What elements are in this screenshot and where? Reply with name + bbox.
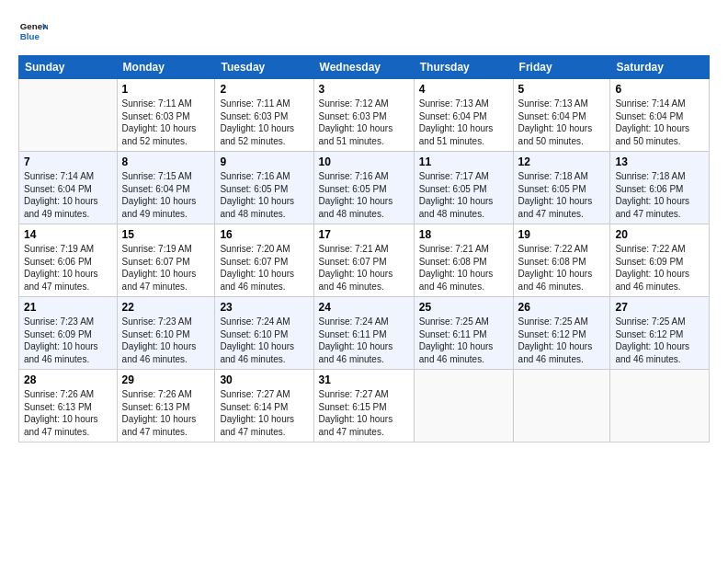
svg-text:Blue: Blue — [20, 31, 40, 41]
day-info: Sunrise: 7:19 AM Sunset: 6:06 PM Dayligh… — [24, 243, 112, 293]
calendar-cell: 13Sunrise: 7:18 AM Sunset: 6:06 PM Dayli… — [610, 152, 710, 224]
day-info: Sunrise: 7:26 AM Sunset: 6:13 PM Dayligh… — [122, 388, 210, 438]
logo-icon: General Blue — [18, 17, 48, 46]
day-number: 27 — [615, 301, 704, 314]
page: General Blue SundayMondayTuesdayWednesda… — [0, 0, 728, 563]
header: General Blue — [18, 17, 710, 46]
day-number: 8 — [122, 155, 210, 168]
calendar-cell: 24Sunrise: 7:24 AM Sunset: 6:11 PM Dayli… — [313, 297, 414, 370]
calendar-cell: 2Sunrise: 7:11 AM Sunset: 6:03 PM Daylig… — [215, 79, 313, 152]
day-number: 11 — [419, 155, 508, 168]
day-number: 26 — [518, 301, 606, 314]
calendar-cell: 26Sunrise: 7:25 AM Sunset: 6:12 PM Dayli… — [513, 297, 610, 370]
calendar-cell: 11Sunrise: 7:17 AM Sunset: 6:05 PM Dayli… — [414, 152, 513, 224]
day-number: 29 — [122, 373, 210, 386]
day-info: Sunrise: 7:23 AM Sunset: 6:09 PM Dayligh… — [24, 316, 112, 365]
calendar-cell — [19, 79, 118, 152]
day-number: 4 — [419, 83, 508, 96]
day-info: Sunrise: 7:15 AM Sunset: 6:04 PM Dayligh… — [122, 170, 210, 220]
weekday-header: Saturday — [610, 56, 710, 79]
day-number: 9 — [220, 155, 308, 168]
day-number: 31 — [319, 373, 409, 386]
weekday-header: Tuesday — [215, 56, 313, 79]
day-number: 16 — [220, 228, 308, 241]
weekday-header: Sunday — [19, 56, 118, 79]
calendar-cell: 20Sunrise: 7:22 AM Sunset: 6:09 PM Dayli… — [610, 224, 710, 297]
day-info: Sunrise: 7:14 AM Sunset: 6:04 PM Dayligh… — [615, 98, 704, 147]
day-number: 30 — [220, 373, 308, 386]
day-info: Sunrise: 7:25 AM Sunset: 6:11 PM Dayligh… — [419, 316, 508, 365]
day-info: Sunrise: 7:21 AM Sunset: 6:07 PM Dayligh… — [319, 243, 409, 293]
day-info: Sunrise: 7:27 AM Sunset: 6:14 PM Dayligh… — [220, 388, 308, 438]
day-number: 24 — [319, 301, 409, 314]
day-info: Sunrise: 7:27 AM Sunset: 6:15 PM Dayligh… — [319, 388, 409, 438]
day-info: Sunrise: 7:23 AM Sunset: 6:10 PM Dayligh… — [122, 316, 210, 365]
calendar-cell: 15Sunrise: 7:19 AM Sunset: 6:07 PM Dayli… — [117, 224, 215, 297]
calendar-cell: 16Sunrise: 7:20 AM Sunset: 6:07 PM Dayli… — [215, 224, 313, 297]
calendar-cell: 1Sunrise: 7:11 AM Sunset: 6:03 PM Daylig… — [117, 79, 215, 152]
day-info: Sunrise: 7:13 AM Sunset: 6:04 PM Dayligh… — [518, 98, 606, 147]
day-info: Sunrise: 7:20 AM Sunset: 6:07 PM Dayligh… — [220, 243, 308, 293]
day-info: Sunrise: 7:22 AM Sunset: 6:08 PM Dayligh… — [518, 243, 606, 293]
day-info: Sunrise: 7:25 AM Sunset: 6:12 PM Dayligh… — [518, 316, 606, 365]
day-number: 3 — [319, 83, 409, 96]
calendar-cell: 30Sunrise: 7:27 AM Sunset: 6:14 PM Dayli… — [215, 370, 313, 442]
day-number: 18 — [419, 228, 508, 241]
calendar-cell: 5Sunrise: 7:13 AM Sunset: 6:04 PM Daylig… — [513, 79, 610, 152]
day-info: Sunrise: 7:18 AM Sunset: 6:05 PM Dayligh… — [518, 170, 606, 220]
day-number: 7 — [24, 155, 112, 168]
calendar-cell: 4Sunrise: 7:13 AM Sunset: 6:04 PM Daylig… — [414, 79, 513, 152]
day-number: 5 — [518, 83, 606, 96]
weekday-header: Wednesday — [313, 56, 414, 79]
day-number: 25 — [419, 301, 508, 314]
calendar-cell: 18Sunrise: 7:21 AM Sunset: 6:08 PM Dayli… — [414, 224, 513, 297]
day-number: 19 — [518, 228, 606, 241]
day-info: Sunrise: 7:24 AM Sunset: 6:11 PM Dayligh… — [319, 316, 409, 365]
day-info: Sunrise: 7:22 AM Sunset: 6:09 PM Dayligh… — [615, 243, 704, 293]
calendar-cell: 22Sunrise: 7:23 AM Sunset: 6:10 PM Dayli… — [117, 297, 215, 370]
calendar-cell: 19Sunrise: 7:22 AM Sunset: 6:08 PM Dayli… — [513, 224, 610, 297]
day-number: 13 — [615, 155, 704, 168]
calendar-cell: 7Sunrise: 7:14 AM Sunset: 6:04 PM Daylig… — [19, 152, 118, 224]
day-info: Sunrise: 7:11 AM Sunset: 6:03 PM Dayligh… — [122, 98, 210, 147]
day-info: Sunrise: 7:25 AM Sunset: 6:12 PM Dayligh… — [615, 316, 704, 365]
day-info: Sunrise: 7:14 AM Sunset: 6:04 PM Dayligh… — [24, 170, 112, 220]
calendar-cell: 29Sunrise: 7:26 AM Sunset: 6:13 PM Dayli… — [117, 370, 215, 442]
day-info: Sunrise: 7:16 AM Sunset: 6:05 PM Dayligh… — [319, 170, 409, 220]
weekday-header: Friday — [513, 56, 610, 79]
calendar-cell: 28Sunrise: 7:26 AM Sunset: 6:13 PM Dayli… — [19, 370, 118, 442]
calendar-cell — [610, 370, 710, 442]
calendar-cell: 17Sunrise: 7:21 AM Sunset: 6:07 PM Dayli… — [313, 224, 414, 297]
day-number: 1 — [122, 83, 210, 96]
day-info: Sunrise: 7:16 AM Sunset: 6:05 PM Dayligh… — [220, 170, 308, 220]
logo: General Blue — [18, 17, 51, 46]
calendar-cell: 12Sunrise: 7:18 AM Sunset: 6:05 PM Dayli… — [513, 152, 610, 224]
calendar-cell: 25Sunrise: 7:25 AM Sunset: 6:11 PM Dayli… — [414, 297, 513, 370]
calendar-cell: 3Sunrise: 7:12 AM Sunset: 6:03 PM Daylig… — [313, 79, 414, 152]
day-info: Sunrise: 7:12 AM Sunset: 6:03 PM Dayligh… — [319, 98, 409, 147]
calendar-cell: 23Sunrise: 7:24 AM Sunset: 6:10 PM Dayli… — [215, 297, 313, 370]
day-number: 28 — [24, 373, 112, 386]
calendar-cell: 21Sunrise: 7:23 AM Sunset: 6:09 PM Dayli… — [19, 297, 118, 370]
day-info: Sunrise: 7:26 AM Sunset: 6:13 PM Dayligh… — [24, 388, 112, 438]
day-info: Sunrise: 7:21 AM Sunset: 6:08 PM Dayligh… — [419, 243, 508, 293]
day-number: 6 — [615, 83, 704, 96]
day-info: Sunrise: 7:18 AM Sunset: 6:06 PM Dayligh… — [615, 170, 704, 220]
day-info: Sunrise: 7:11 AM Sunset: 6:03 PM Dayligh… — [220, 98, 308, 147]
calendar-cell: 31Sunrise: 7:27 AM Sunset: 6:15 PM Dayli… — [313, 370, 414, 442]
calendar-cell: 9Sunrise: 7:16 AM Sunset: 6:05 PM Daylig… — [215, 152, 313, 224]
day-number: 17 — [319, 228, 409, 241]
calendar-table: SundayMondayTuesdayWednesdayThursdayFrid… — [18, 55, 710, 442]
calendar-cell: 10Sunrise: 7:16 AM Sunset: 6:05 PM Dayli… — [313, 152, 414, 224]
day-number: 23 — [220, 301, 308, 314]
calendar-cell — [414, 370, 513, 442]
calendar-cell — [513, 370, 610, 442]
day-number: 14 — [24, 228, 112, 241]
day-number: 2 — [220, 83, 308, 96]
day-number: 20 — [615, 228, 704, 241]
weekday-header: Monday — [117, 56, 215, 79]
day-info: Sunrise: 7:24 AM Sunset: 6:10 PM Dayligh… — [220, 316, 308, 365]
day-number: 21 — [24, 301, 112, 314]
calendar-cell: 6Sunrise: 7:14 AM Sunset: 6:04 PM Daylig… — [610, 79, 710, 152]
day-info: Sunrise: 7:13 AM Sunset: 6:04 PM Dayligh… — [419, 98, 508, 147]
